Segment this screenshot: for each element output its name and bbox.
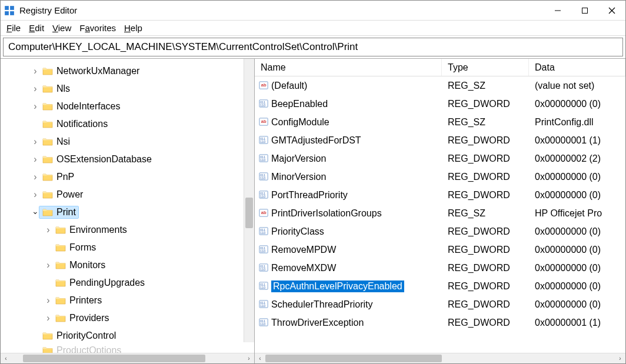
tree-item-label: Notifications — [56, 119, 108, 129]
scroll-left-button[interactable]: ‹ — [255, 353, 265, 363]
chevron-right-icon[interactable] — [31, 66, 39, 76]
value-row[interactable]: PriorityClassREG_DWORD0x00000000 (0) — [255, 222, 625, 241]
chevron-right-icon[interactable] — [31, 84, 39, 94]
minimize-button[interactable] — [544, 1, 571, 20]
value-row[interactable]: PrintDriverIsolationGroupsREG_SZHP Offic… — [255, 204, 625, 222]
window-title: Registry Editor — [19, 5, 77, 15]
reg-binary-icon — [258, 172, 269, 182]
tree-item-label: Power — [56, 189, 83, 200]
menu-help[interactable]: Help — [124, 23, 142, 33]
value-type: REG_DWORD — [442, 190, 529, 201]
chevron-right-icon[interactable] — [44, 260, 52, 271]
value-row[interactable]: (Default)REG_SZ(value not set) — [255, 76, 625, 95]
chevron-right-icon[interactable] — [44, 313, 52, 323]
value-data: 0x00000000 (0) — [529, 299, 625, 310]
reg-string-icon — [258, 208, 269, 219]
close-button[interactable] — [598, 1, 625, 20]
values-horizontal-scrollbar[interactable]: ‹ › — [255, 353, 625, 363]
column-header-name[interactable]: Name — [255, 59, 442, 76]
scroll-right-button[interactable]: › — [244, 353, 254, 363]
values-panel: Name Type Data (Default)REG_SZ(value not… — [255, 59, 625, 363]
value-row[interactable]: MinorVersionREG_DWORD0x00000000 (0) — [255, 168, 625, 186]
tree-item-label: Monitors — [69, 260, 105, 271]
value-type: REG_DWORD — [442, 226, 529, 237]
chevron-right-icon[interactable] — [31, 189, 39, 200]
address-bar[interactable]: Computer\HKEY_LOCAL_MACHINE\SYSTEM\Curre… — [3, 38, 623, 56]
tree-item-label: PriorityControl — [56, 330, 116, 341]
value-data: 0x00000000 (0) — [529, 226, 625, 237]
tree-item[interactable]: Forms — [1, 239, 254, 256]
columns-header: Name Type Data — [255, 59, 625, 76]
value-row[interactable]: RemoveMPDWREG_DWORD0x00000000 (0) — [255, 241, 625, 259]
value-row[interactable]: ThrowDriverExceptionREG_DWORD0x00000001 … — [255, 313, 625, 332]
value-type: REG_DWORD — [442, 172, 529, 182]
value-name: GMTAdjustedForDST — [271, 135, 361, 146]
tree-item[interactable]: Notifications — [1, 115, 254, 133]
menu-bar: File Edit View Favorites Help — [1, 21, 625, 36]
tree-item[interactable]: NodeInterfaces — [1, 98, 254, 115]
tree-item-label: NodeInterfaces — [56, 101, 121, 112]
tree-item-label: OSExtensionDatabase — [56, 154, 152, 165]
chevron-right-icon[interactable] — [44, 295, 52, 306]
menu-view[interactable]: View — [52, 23, 71, 33]
tree-item[interactable]: Power — [1, 186, 254, 203]
value-name: MajorVersion — [271, 153, 326, 164]
svg-rect-0 — [5, 6, 9, 10]
folder-icon — [55, 278, 67, 288]
tree-item[interactable]: Environments — [1, 221, 254, 239]
tree-item[interactable]: PendingUpgrades — [1, 274, 254, 292]
tree-vertical-scrollbar[interactable] — [244, 59, 254, 342]
column-header-data[interactable]: Data — [529, 59, 625, 76]
tree-item[interactable]: Printers — [1, 292, 254, 309]
chevron-right-icon[interactable] — [31, 154, 39, 165]
tree-item[interactable]: PriorityControl — [1, 327, 254, 345]
chevron-down-icon[interactable] — [31, 208, 39, 217]
value-name: RemoveMXDW — [271, 263, 336, 273]
chevron-right-icon[interactable] — [31, 101, 39, 112]
value-row[interactable]: BeepEnabledREG_DWORD0x00000000 (0) — [255, 95, 625, 113]
value-row[interactable]: PortThreadPriorityREG_DWORD0x00000000 (0… — [255, 186, 625, 204]
tree-item[interactable]: OSExtensionDatabase — [1, 151, 254, 168]
tree-item-label: Nls — [56, 84, 70, 94]
tree-item[interactable]: Providers — [1, 309, 254, 327]
value-name: ThrowDriverException — [271, 318, 364, 328]
folder-icon — [42, 137, 54, 146]
chevron-right-icon[interactable] — [44, 225, 52, 235]
value-row[interactable]: MajorVersionREG_DWORD0x00000002 (2) — [255, 149, 625, 168]
tree-horizontal-scrollbar-thumb[interactable] — [23, 355, 205, 362]
app-icon — [4, 5, 15, 16]
menu-file[interactable]: File — [6, 23, 21, 33]
tree-item[interactable]: Nls — [1, 80, 254, 98]
value-data: 0x00000002 (2) — [529, 153, 625, 164]
chevron-right-icon[interactable] — [31, 136, 39, 147]
value-row[interactable]: ConfigModuleREG_SZPrintConfig.dll — [255, 113, 625, 131]
svg-rect-3 — [10, 11, 14, 15]
tree-item[interactable]: NetworkUxManager — [1, 62, 254, 80]
value-row[interactable]: GMTAdjustedForDSTREG_DWORD0x00000001 (1) — [255, 131, 625, 149]
tree-item[interactable]: ProductOptions — [1, 345, 254, 353]
value-name: ConfigModule — [271, 117, 329, 128]
tree-item[interactable]: Print — [1, 203, 254, 221]
folder-icon — [42, 155, 54, 164]
folder-icon — [42, 84, 54, 93]
menu-favorites[interactable]: Favorites — [79, 23, 116, 33]
tree-item[interactable]: Nsi — [1, 133, 254, 151]
tree-item[interactable]: Monitors — [1, 256, 254, 274]
value-row[interactable]: SchedulerThreadPriorityREG_DWORD0x000000… — [255, 295, 625, 313]
column-header-type[interactable]: Type — [442, 59, 529, 76]
tree-vertical-scrollbar-thumb[interactable] — [245, 198, 253, 228]
scroll-right-button[interactable]: › — [615, 353, 625, 363]
folder-icon — [42, 208, 54, 217]
value-data: 0x00000000 (0) — [529, 99, 625, 109]
chevron-right-icon[interactable] — [31, 172, 39, 182]
reg-binary-icon — [258, 135, 269, 146]
maximize-button[interactable] — [571, 1, 598, 20]
menu-edit[interactable]: Edit — [29, 23, 44, 33]
tree-item[interactable]: PnP — [1, 168, 254, 186]
tree-horizontal-scrollbar[interactable]: ‹ › — [1, 353, 254, 363]
scroll-left-button[interactable]: ‹ — [1, 353, 11, 363]
values-horizontal-scrollbar-thumb[interactable] — [265, 355, 442, 362]
value-row[interactable]: RemoveMXDWREG_DWORD0x00000000 (0) — [255, 259, 625, 277]
value-row[interactable]: RpcAuthnLevelPrivacyEnabledREG_DWORD0x00… — [255, 277, 625, 295]
main-content: NetworkUxManagerNlsNodeInterfacesNotific… — [1, 58, 625, 363]
